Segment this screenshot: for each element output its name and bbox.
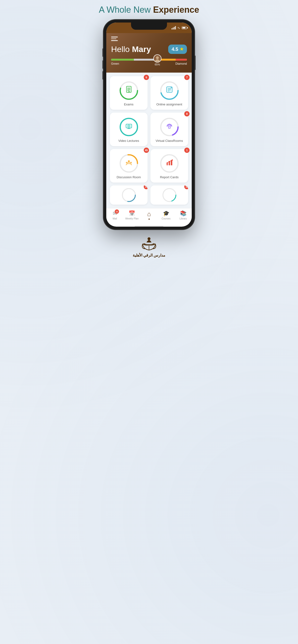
svg-rect-26 [169,126,170,128]
status-bar: ∿ [106,22,192,33]
discussion-room-label: Discussion Room [117,176,141,179]
nav-weekly-plan[interactable]: 📅 Weekly Plan [123,210,140,220]
discussion-room-card[interactable]: 45 [110,149,147,182]
progress-section: 65% Green Diamond [111,59,187,66]
nav-home[interactable]: ⌂ [140,210,158,220]
mail-label: Mail [112,217,117,220]
card-row-4-partial: 31 13 [110,186,188,204]
virtual-classrooms-icon [166,122,173,132]
virtual-classrooms-badge: 8 [184,111,190,116]
svg-point-0 [156,56,159,59]
logo-icon [140,237,158,251]
virtual-classrooms-icon-circle [160,118,179,136]
video-lectures-icon-circle [119,118,138,136]
progress-percentage: 65% [155,63,160,66]
discussion-room-badge: 45 [144,148,149,153]
progress-bar [111,59,187,60]
weekly-plan-label: Weekly Plan [125,217,138,220]
bottom-nav: 11 ✉ Mail 📅 Weekly Plan ⌂ 🎓 Courses 📚 [106,208,192,225]
home-dot [148,218,150,220]
online-assignment-label: Online assignment [157,102,182,106]
card-row-2: Video Lectures 8 [110,112,188,146]
partial-card-2[interactable]: 13 [151,186,188,204]
progress-segment-green [111,59,134,60]
svg-point-1 [155,60,160,62]
courses-icon: 🎓 [163,210,169,216]
nav-mail[interactable]: 11 ✉ Mail [106,210,123,220]
logo-text: مدارس الرقي الأهلية [133,253,166,258]
exams-card[interactable]: 6 [110,76,147,110]
hamburger-menu[interactable] [111,37,187,41]
app-header: Hello Mary 4.5 ★ 65% [106,33,192,72]
phone-screen: ∿ Hello Mary 4.5 ★ [106,22,192,227]
svg-point-44 [147,237,151,240]
progress-avatar: 65% [153,54,162,66]
greeting: Hello Mary [111,44,151,54]
library-label: Library [180,217,187,220]
status-icons: ∿ [172,26,187,30]
video-lectures-icon [125,122,133,132]
wifi-icon: ∿ [177,26,180,30]
star-icon: ★ [180,46,184,52]
nav-library[interactable]: 📚 Library [175,210,192,220]
weekly-plan-icon: 📅 [129,210,135,216]
card-row-3: 45 [110,149,188,182]
notch [131,22,167,30]
online-assignment-icon-circle [160,81,179,100]
signal-bars-icon [172,26,176,30]
home-indicator [135,226,163,227]
virtual-classrooms-card[interactable]: 8 [151,112,188,146]
discussion-room-icon-circle [119,154,138,173]
rating-badge: 4.5 ★ [168,44,187,54]
header-top: Hello Mary 4.5 ★ [111,44,187,54]
card-row-1: 6 [110,76,188,110]
report-cards-icon [166,158,173,168]
partial-card-1[interactable]: 31 [110,186,147,204]
mail-badge: 11 [115,210,119,214]
report-cards-badge: 1 [184,148,190,153]
progress-segment-red [176,59,187,60]
partial-card-1-badge: 31 [144,186,147,189]
library-icon: 📚 [180,210,186,216]
phone-frame: ∿ Hello Mary 4.5 ★ [103,20,195,230]
app-content: 6 [106,72,192,208]
video-lectures-card[interactable]: Video Lectures [110,112,147,146]
online-assignment-card[interactable]: 7 [151,76,188,110]
exams-label: Exams [124,102,134,106]
home-icon: ⌂ [147,210,151,218]
svg-point-30 [128,160,130,162]
exams-icon [125,86,133,95]
online-assignment-badge: 7 [184,75,190,80]
online-assignment-icon [166,86,173,95]
exams-icon-circle [119,81,138,100]
logo-section: مدارس الرقي الأهلية [133,237,166,258]
courses-label: Courses [162,217,171,220]
page-title: A Whole New Experience [99,5,199,15]
svg-point-39 [172,160,173,161]
nav-courses[interactable]: 🎓 Courses [158,210,175,220]
report-cards-icon-circle [160,154,179,173]
video-lectures-label: Video Lectures [118,139,139,142]
report-cards-label: Report Cards [160,176,179,179]
exams-badge: 6 [144,75,149,80]
virtual-classrooms-label: Virtual ClassRooms [156,139,183,142]
report-cards-card[interactable]: 1 [151,149,188,182]
partial-card-2-badge: 13 [184,186,188,189]
avatar [153,54,162,62]
discussion-room-icon [125,158,133,168]
progress-labels: Green Diamond [111,62,187,66]
battery-icon [182,26,187,29]
